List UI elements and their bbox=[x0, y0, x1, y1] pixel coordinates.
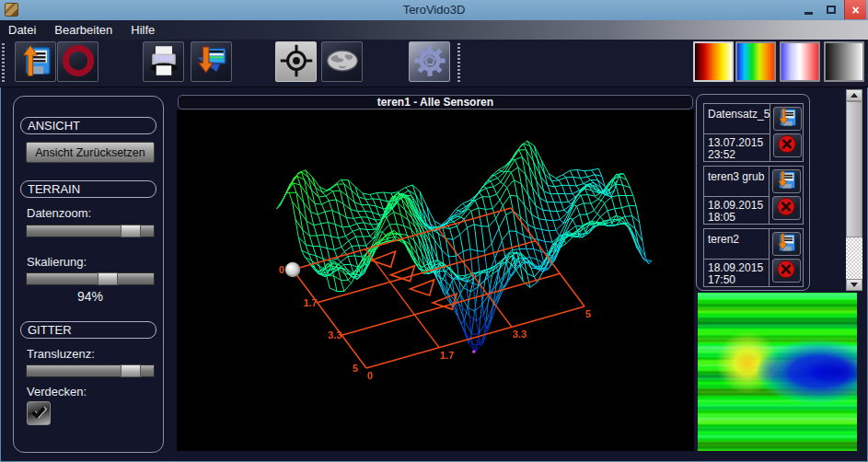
titlebar[interactable]: TeroVido3D × bbox=[0, 0, 868, 20]
export-image-button[interactable] bbox=[191, 41, 232, 82]
dataset-datetime: 18.09.2015 17:50 bbox=[704, 260, 769, 286]
dataset-name: teren2 bbox=[704, 229, 769, 260]
dataset-name: Datensatz_5 bbox=[704, 104, 770, 134]
load-dataset-button[interactable] bbox=[772, 169, 801, 193]
menu-item-datei[interactable]: Datei bbox=[0, 20, 45, 40]
viewport-title: teren1 - Alle Sensoren bbox=[178, 95, 693, 110]
settings-button[interactable] bbox=[409, 41, 450, 82]
close-button[interactable]: × bbox=[844, 0, 866, 19]
dataset-datetime: 13.07.2015 23:52 bbox=[704, 134, 770, 161]
colormap-rainbow-button[interactable] bbox=[735, 41, 776, 82]
maximize-button[interactable] bbox=[820, 0, 842, 19]
terrain-group-label: TERRAIN bbox=[20, 180, 156, 198]
toolbar-separator bbox=[457, 43, 460, 84]
colormap-heat-button[interactable] bbox=[693, 41, 734, 82]
load-dataset-button[interactable] bbox=[773, 107, 802, 131]
dataset-time: 18:05 bbox=[708, 212, 769, 224]
window-title: TeroVido3D bbox=[0, 3, 868, 17]
floppy-load-icon bbox=[775, 232, 797, 256]
skalierung-label: Skalierung: bbox=[27, 255, 87, 269]
menu-item-bearbeiten[interactable]: Bearbeiten bbox=[45, 20, 122, 40]
delete-icon bbox=[776, 133, 798, 157]
crosshair-icon bbox=[280, 44, 313, 80]
toolbar bbox=[0, 40, 868, 87]
delete-dataset-button[interactable] bbox=[773, 133, 802, 157]
minimize-button[interactable] bbox=[797, 0, 819, 19]
dataset-datetime: 18.09.2015 18:05 bbox=[704, 197, 769, 224]
globe-icon bbox=[325, 43, 360, 81]
transluzenz-slider-handle[interactable] bbox=[121, 364, 141, 377]
record-button[interactable] bbox=[57, 41, 98, 82]
datenzoom-label: Datenzoom: bbox=[27, 206, 91, 220]
control-panel: ANSICHT Ansicht Zurücksetzen TERRAIN Dat… bbox=[13, 96, 164, 453]
load-dataset-button[interactable] bbox=[772, 232, 801, 256]
floppy-load-icon bbox=[776, 107, 798, 131]
printer-icon bbox=[147, 44, 180, 80]
heatmap-preview[interactable] bbox=[698, 293, 857, 451]
transluzenz-label: Transluzenz: bbox=[27, 347, 95, 361]
ansicht-group-label: ANSICHT bbox=[20, 117, 156, 134]
dataset-time: 17:50 bbox=[708, 274, 769, 286]
transluzenz-slider[interactable] bbox=[26, 364, 155, 377]
center-view-button[interactable] bbox=[275, 41, 317, 82]
reset-view-button[interactable]: Ansicht Zurücksetzen bbox=[26, 142, 155, 163]
delete-icon bbox=[775, 259, 797, 283]
check-icon bbox=[31, 404, 45, 419]
dataset-name: teren3 grub bbox=[704, 167, 769, 197]
datenzoom-slider[interactable] bbox=[26, 225, 155, 237]
map-view-button[interactable] bbox=[321, 41, 363, 82]
dataset-item: Datensatz_5 13.07.2015 23:52 bbox=[703, 103, 804, 162]
save-data-button[interactable] bbox=[15, 41, 56, 82]
skalierung-percent: 94% bbox=[26, 289, 155, 304]
skalierung-slider-handle[interactable] bbox=[98, 272, 118, 285]
scroll-up-button[interactable] bbox=[846, 89, 862, 101]
toolbar-grip[interactable] bbox=[2, 43, 5, 84]
dataset-item: teren2 18.09.2015 17:50 bbox=[703, 228, 804, 287]
menubar: DateiBearbeitenHilfe bbox=[0, 20, 868, 40]
dataset-item: teren3 grub 18.09.2015 18:05 bbox=[703, 166, 804, 225]
scrollbar-thumb[interactable] bbox=[846, 101, 862, 237]
restore-icon bbox=[827, 6, 836, 14]
dataset-panel: Datensatz_5 13.07.2015 23:52 teren3 grub… bbox=[696, 94, 810, 291]
scroll-down-button[interactable] bbox=[846, 279, 862, 291]
arrow-down-icon bbox=[851, 283, 858, 287]
dataset-time: 23:52 bbox=[708, 149, 770, 161]
delete-dataset-button[interactable] bbox=[772, 196, 801, 220]
menu-item-hilfe[interactable]: Hilfe bbox=[122, 20, 164, 40]
minimize-icon bbox=[804, 12, 813, 15]
dataset-scrollbar bbox=[846, 89, 862, 291]
delete-icon bbox=[775, 196, 797, 220]
floppy-arrow-up-icon bbox=[19, 44, 52, 80]
gear-icon bbox=[412, 43, 447, 81]
verdecken-checkbox[interactable] bbox=[27, 401, 51, 425]
skalierung-slider[interactable] bbox=[26, 272, 155, 285]
close-icon: × bbox=[851, 4, 859, 17]
colormap-blue-white-red-button[interactable] bbox=[780, 41, 820, 82]
colormap-grayscale-button[interactable] bbox=[824, 41, 864, 82]
delete-dataset-button[interactable] bbox=[772, 259, 801, 283]
print-button[interactable] bbox=[143, 41, 184, 82]
datenzoom-slider-handle[interactable] bbox=[121, 225, 141, 237]
terrain-3d-view[interactable] bbox=[177, 110, 694, 451]
verdecken-label: Verdecken: bbox=[27, 385, 87, 398]
gitter-group-label: GITTER bbox=[20, 321, 156, 339]
arrow-up-icon bbox=[851, 93, 858, 98]
floppy-arrow-down-icon bbox=[195, 44, 228, 80]
app-window: TeroVido3D × DateiBearbeitenHilfe ANSICH… bbox=[0, 0, 868, 462]
record-circle-icon bbox=[61, 43, 96, 81]
floppy-load-icon bbox=[775, 169, 797, 193]
